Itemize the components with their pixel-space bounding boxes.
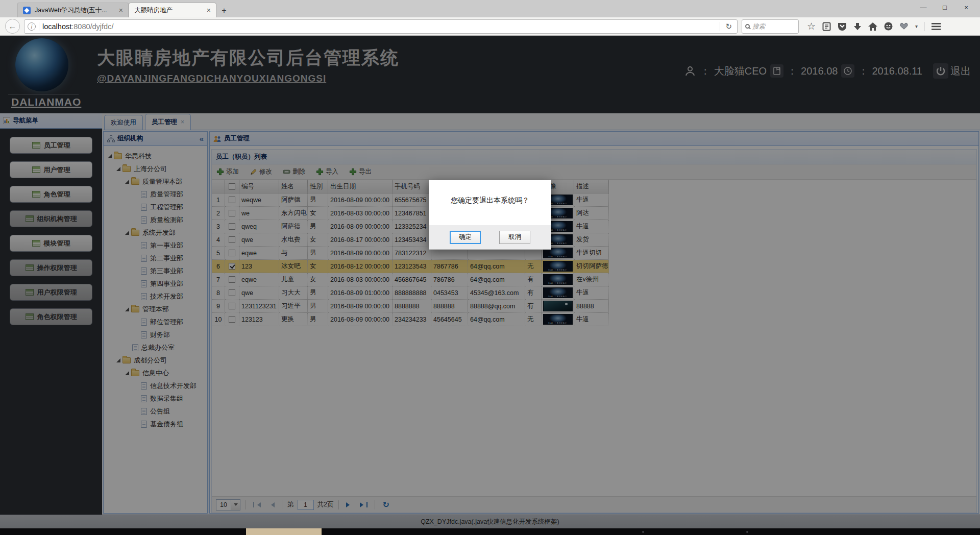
logout-confirm-dialog: 您确定要退出本系统吗？ 确定 取消 xyxy=(429,180,551,250)
cancel-button[interactable]: 取消 xyxy=(499,231,530,244)
modal-mask xyxy=(0,36,980,528)
os-taskbar xyxy=(0,528,980,535)
new-tab-button[interactable]: + xyxy=(216,4,232,17)
bookmark-star-icon[interactable]: ☆ xyxy=(807,20,816,32)
back-button[interactable]: ← xyxy=(5,19,20,34)
tab-close-icon[interactable]: × xyxy=(119,6,123,14)
search-icon xyxy=(745,24,750,29)
tab-close-icon[interactable]: × xyxy=(207,6,211,14)
web-page: DALIANMAO 大眼睛房地产有限公司后台管理系统 @DAYANJINGFAN… xyxy=(0,36,980,528)
toolbar-icons: ☆ ▾ xyxy=(807,20,941,32)
url-host: localhost xyxy=(42,22,71,31)
menu-icon[interactable] xyxy=(932,23,941,30)
tab-title: JavaWeb学习总结(五十... xyxy=(35,6,115,15)
url-text[interactable]: localhost:8080/dyjfdc/ xyxy=(42,22,717,31)
browser-tab-strip: JavaWeb学习总结(五十... × 大眼睛房地产 × + — □ × xyxy=(0,0,980,17)
taskbar-icon xyxy=(746,531,748,533)
home-icon[interactable] xyxy=(868,22,877,31)
ok-button[interactable]: 确定 xyxy=(450,231,481,244)
download-icon[interactable] xyxy=(853,22,862,31)
site-info-icon[interactable]: i xyxy=(28,22,36,31)
browser-navbar: ← i localhost:8080/dyjfdc/ ↻ ☆ ▾ xyxy=(0,17,980,36)
divider xyxy=(720,22,720,31)
close-button[interactable]: × xyxy=(955,1,977,13)
tab-title: 大眼睛房地产 xyxy=(134,6,203,15)
extension-icon[interactable] xyxy=(899,22,909,30)
url-path: :8080/dyjfdc/ xyxy=(71,22,113,31)
dialog-message: 您确定要退出本系统吗？ xyxy=(429,180,551,225)
divider xyxy=(39,22,39,31)
chevron-down-icon[interactable]: ▾ xyxy=(915,23,918,29)
divider xyxy=(924,22,925,31)
taskbar-icon xyxy=(642,531,644,533)
dialog-buttons: 确定 取消 xyxy=(429,225,551,249)
browser-tab-active[interactable]: 大眼睛房地产 × xyxy=(129,3,216,17)
maximize-button[interactable]: □ xyxy=(934,1,955,13)
window-controls: — □ × xyxy=(913,1,977,13)
browser-chrome: JavaWeb学习总结(五十... × 大眼睛房地产 × + — □ × ← i… xyxy=(0,0,980,36)
messenger-icon[interactable] xyxy=(884,22,893,31)
search-input[interactable] xyxy=(752,23,788,30)
search-box[interactable] xyxy=(742,19,799,34)
reload-icon[interactable]: ↻ xyxy=(723,22,734,31)
tab-favicon xyxy=(23,7,31,14)
pocket-icon[interactable] xyxy=(838,22,847,31)
taskbar-window-thumbnail[interactable] xyxy=(246,528,322,535)
clipboard-icon[interactable] xyxy=(822,22,831,31)
browser-tab-inactive[interactable]: JavaWeb学习总结(五十... × xyxy=(17,3,129,17)
minimize-button[interactable]: — xyxy=(913,1,934,13)
address-bar[interactable]: i localhost:8080/dyjfdc/ ↻ xyxy=(24,19,738,34)
